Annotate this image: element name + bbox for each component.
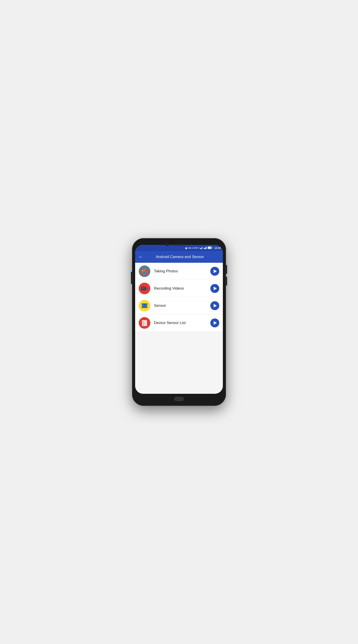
device-sensor-icon <box>139 317 150 329</box>
home-button[interactable] <box>174 397 184 401</box>
status-icons: ⏰ 4G ▾ LTE R <box>185 246 213 250</box>
phone-frame: ⏰ 4G ▾ LTE R <box>132 238 226 406</box>
app-bar: ← Android Camera and Sensor <box>135 251 223 263</box>
4g-label: 4G <box>188 247 191 249</box>
svg-rect-32 <box>143 322 144 323</box>
signal-bars-2 <box>204 246 207 250</box>
taking-photos-label: Taking Photos <box>154 269 210 274</box>
svg-rect-35 <box>144 324 146 324</box>
svg-rect-36 <box>143 325 144 325</box>
svg-rect-30 <box>143 321 144 322</box>
recording-videos-play[interactable] <box>210 284 219 293</box>
volume-down-button[interactable] <box>226 276 227 286</box>
svg-rect-5 <box>205 248 205 249</box>
svg-rect-3 <box>203 246 203 249</box>
svg-rect-17 <box>142 270 143 271</box>
svg-rect-37 <box>144 325 146 325</box>
wifi-icon: ▾ <box>192 247 193 250</box>
back-button[interactable]: ← <box>138 254 143 260</box>
play-icon <box>214 287 217 290</box>
svg-rect-4 <box>204 248 204 249</box>
status-time: 12:43 <box>214 247 221 249</box>
svg-rect-34 <box>143 324 144 324</box>
svg-rect-31 <box>144 322 146 322</box>
sensor-play[interactable] <box>210 301 219 310</box>
list-item-device-sensor[interactable]: Device Sensor List <box>135 314 223 332</box>
svg-point-15 <box>144 271 144 272</box>
sensor-label: Sensor <box>154 304 210 308</box>
alarm-icon: ⏰ <box>185 247 187 249</box>
svg-rect-6 <box>206 247 206 249</box>
svg-rect-1 <box>201 248 202 249</box>
app-title: Android Camera and Sensor <box>147 255 213 259</box>
play-icon <box>214 321 217 325</box>
svg-marker-23 <box>146 287 148 290</box>
play-icon <box>214 270 217 273</box>
lte-label: LTE <box>194 247 197 249</box>
svg-rect-16 <box>144 269 145 270</box>
sensor-icon <box>139 300 150 312</box>
taking-photos-icon <box>139 266 150 277</box>
recording-videos-icon <box>139 283 150 294</box>
phone-screen: ⏰ 4G ▾ LTE R <box>135 245 223 394</box>
svg-rect-27 <box>142 304 147 305</box>
svg-rect-0 <box>200 248 201 249</box>
recording-videos-label: Recording Videos <box>154 286 210 291</box>
svg-rect-2 <box>202 247 202 249</box>
volume-up-button[interactable] <box>226 265 227 274</box>
taking-photos-play[interactable] <box>210 267 219 276</box>
device-sensor-label: Device Sensor List <box>154 321 210 325</box>
play-icon <box>214 304 217 308</box>
list-item-taking-photos[interactable]: Taking Photos <box>135 263 223 280</box>
list-item-recording-videos[interactable]: Recording Videos <box>135 280 223 297</box>
device-sensor-play[interactable] <box>210 318 219 327</box>
front-camera <box>166 243 169 246</box>
battery-icon <box>208 246 213 250</box>
power-button[interactable] <box>131 272 132 284</box>
list-item-sensor[interactable]: Sensor <box>135 297 223 314</box>
svg-rect-28 <box>142 306 147 308</box>
status-bar: ⏰ 4G ▾ LTE R <box>135 245 223 251</box>
svg-rect-9 <box>212 247 212 248</box>
svg-point-20 <box>143 288 145 290</box>
svg-rect-10 <box>208 247 211 249</box>
r-label: R <box>198 247 199 249</box>
svg-rect-7 <box>207 246 207 249</box>
svg-point-21 <box>143 288 144 289</box>
signal-bars-1 <box>200 246 203 250</box>
speaker <box>172 244 186 246</box>
svg-rect-33 <box>144 323 146 323</box>
phone-bottom <box>135 396 223 402</box>
svg-point-24 <box>142 287 143 288</box>
menu-list: Taking Photos <box>135 263 223 394</box>
